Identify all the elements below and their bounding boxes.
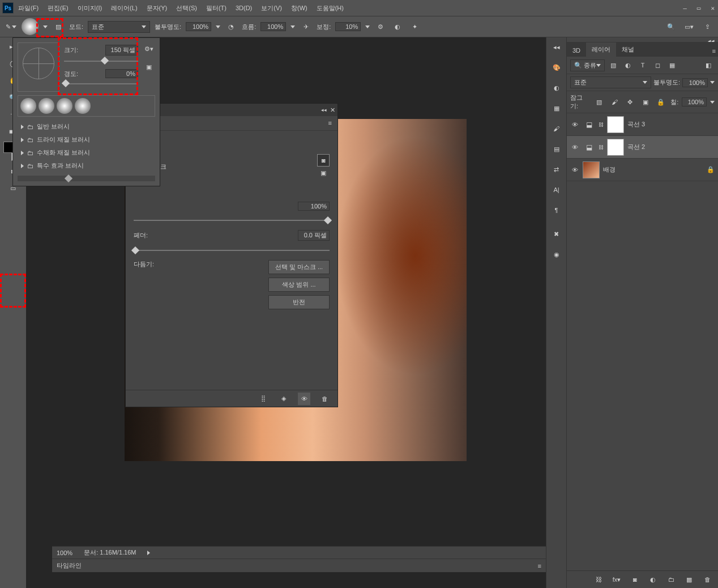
tab-3d[interactable]: 3D (567, 44, 586, 57)
visibility-icon[interactable]: 👁 (570, 144, 579, 151)
mode-select[interactable]: 표준 (88, 21, 150, 33)
brush-angle-disc[interactable] (23, 48, 54, 79)
menu-layer[interactable]: 레이어(L) (106, 2, 142, 15)
menu-window[interactable]: 창(W) (287, 2, 312, 15)
filter-shape-icon[interactable]: ◻ (651, 59, 664, 71)
para-panel-icon[interactable]: ¶ (550, 204, 563, 216)
color-panel-icon[interactable]: 🎨 (550, 61, 563, 74)
brush-gear-icon[interactable]: ⚙▾ (143, 42, 155, 55)
brush-folder[interactable]: 🗀 드라이 재질 브러시 (18, 133, 155, 146)
layer-kind-select[interactable]: 🔍 종류 (570, 59, 605, 71)
flow-input[interactable]: 100% (260, 22, 286, 31)
fx-icon[interactable]: fx▾ (610, 573, 623, 586)
brush-folder[interactable]: 🗀 특수 효과 브러시 (18, 159, 155, 172)
mask-thumb[interactable] (607, 139, 624, 156)
brush-panel2-icon[interactable]: 🖌 (550, 122, 563, 135)
delete-mask-icon[interactable]: 🗑 (318, 393, 331, 405)
search-icon[interactable]: 🔍 (665, 20, 677, 33)
pressure-size-icon[interactable]: ◐ (391, 20, 404, 33)
minimize-icon[interactable]: — (682, 3, 688, 13)
tools-panel-icon[interactable]: ✖ (550, 228, 563, 240)
lock-all-icon[interactable]: 🔒 (655, 96, 667, 108)
smooth-input[interactable]: 10% (335, 22, 361, 31)
toggle-mask-icon[interactable]: 👁 (298, 393, 310, 405)
share-icon[interactable]: ⇪ (701, 20, 713, 33)
cc-libs-icon[interactable]: ◉ (550, 248, 563, 261)
workspace-icon[interactable]: ▭▾ (683, 20, 695, 33)
layer-name[interactable]: 곡선 2 (627, 143, 645, 151)
menu-select[interactable]: 선택(S) (172, 2, 202, 15)
airbrush-icon[interactable]: ✈ (300, 20, 312, 33)
menu-image[interactable]: 이미지(I) (73, 2, 106, 15)
lib3-icon[interactable]: ⇄ (550, 163, 563, 176)
fill-dropdown-icon[interactable] (710, 101, 715, 104)
opacity-dropdown-icon[interactable] (216, 25, 220, 28)
panel-close-icon[interactable]: ✕ (330, 106, 335, 114)
pixel-mask-icon[interactable]: ◙ (317, 154, 330, 167)
filter-type-icon[interactable]: T (636, 59, 649, 71)
panel-menu-icon[interactable]: ≡ (328, 120, 332, 127)
lock-pos-icon[interactable]: ✥ (624, 96, 636, 108)
filter-toggle-icon[interactable]: ◧ (702, 59, 715, 71)
layer-row[interactable]: 👁 ⬓ ⛓ 곡선 3 (567, 113, 718, 136)
swatches-panel-icon[interactable]: ◐ (550, 82, 563, 94)
pressure-opacity-icon[interactable]: ◔ (225, 20, 237, 33)
timeline-bar[interactable]: 타임라인 ≡ (52, 559, 546, 572)
fill-input[interactable]: 100% (682, 97, 707, 106)
lock-artboard-icon[interactable]: ▣ (640, 96, 652, 108)
add-mask-icon[interactable]: ◙ (629, 573, 641, 586)
visibility-icon[interactable]: 👁 (570, 121, 579, 128)
zoom-readout[interactable]: 100% (57, 549, 72, 556)
link-layers-icon[interactable]: ⛓ (592, 573, 605, 586)
layer-opacity-dropdown-icon[interactable] (710, 81, 715, 84)
delete-layer-icon[interactable]: 🗑 (701, 573, 713, 586)
menu-3d[interactable]: 3D(D) (231, 2, 257, 14)
expand-panels-icon[interactable]: ◂◂ (550, 41, 563, 53)
visibility-icon[interactable]: 👁 (570, 167, 579, 173)
add-adjustment-icon[interactable]: ◐ (647, 573, 659, 586)
lock-pixel-icon[interactable]: 🖌 (609, 96, 621, 108)
brush-preview-icon[interactable] (22, 18, 39, 35)
symmetry-icon[interactable]: ✦ (408, 20, 421, 33)
filter-adj-icon[interactable]: ◐ (622, 59, 634, 71)
invert-button[interactable]: 반전 (268, 295, 330, 309)
new-group-icon[interactable]: 🗀 (665, 573, 677, 586)
feather-input[interactable]: 0.0 픽셀 (298, 230, 330, 241)
brush-hardness-input[interactable]: 0% (105, 69, 138, 78)
gear-icon[interactable]: ⚙ (374, 20, 387, 33)
layer-row[interactable]: 👁 배경 🔒 (567, 159, 718, 181)
brush-panel-icon[interactable]: ▨ (52, 20, 65, 33)
status-more-icon[interactable] (147, 551, 150, 555)
layer-row[interactable]: 👁 ⬓ ⛓ 곡선 2 (567, 136, 718, 159)
opacity-input[interactable]: 100% (186, 22, 211, 31)
apply-mask-icon[interactable]: ◈ (277, 393, 290, 405)
brush-folder[interactable]: 🗀 수채화 재질 브러시 (18, 146, 155, 159)
brush-scrollbar[interactable] (18, 176, 155, 181)
menu-file[interactable]: 파일(F) (14, 2, 43, 15)
filter-smart-icon[interactable]: ▦ (666, 59, 678, 71)
vector-mask-icon[interactable]: ▣ (317, 167, 330, 179)
lib1-icon[interactable]: ▦ (550, 102, 563, 114)
new-preset-icon[interactable]: ▣ (143, 61, 155, 73)
density-input[interactable]: 100% (298, 202, 330, 211)
layer-opacity-input[interactable]: 100% (682, 78, 708, 87)
lib2-icon[interactable]: ▤ (550, 143, 563, 155)
tool-preset-icon[interactable]: ✎ (5, 20, 17, 33)
brush-preset-icon[interactable] (75, 98, 91, 114)
layer-name[interactable]: 곡선 3 (627, 120, 645, 129)
menu-type[interactable]: 문자(Y) (142, 2, 172, 15)
brush-preset-icon[interactable] (20, 98, 36, 114)
brush-preset-icon[interactable] (39, 98, 54, 114)
brush-preset-icon[interactable] (57, 98, 72, 114)
filter-pixel-icon[interactable]: ▧ (607, 59, 619, 71)
new-layer-icon[interactable]: ▩ (683, 573, 695, 586)
lock-trans-icon[interactable]: ▧ (593, 96, 605, 108)
flow-dropdown-icon[interactable] (290, 25, 295, 28)
smooth-dropdown-icon[interactable] (365, 25, 370, 28)
menu-filter[interactable]: 필터(T) (202, 2, 231, 15)
char-panel-icon[interactable]: A| (550, 184, 563, 196)
panel-collapse-icon[interactable]: ◂◂ (567, 37, 718, 42)
brush-size-slider[interactable] (64, 58, 138, 65)
menu-help[interactable]: 도움말(H) (312, 2, 348, 15)
brush-folder[interactable]: 🗀 일반 브러시 (18, 120, 155, 133)
